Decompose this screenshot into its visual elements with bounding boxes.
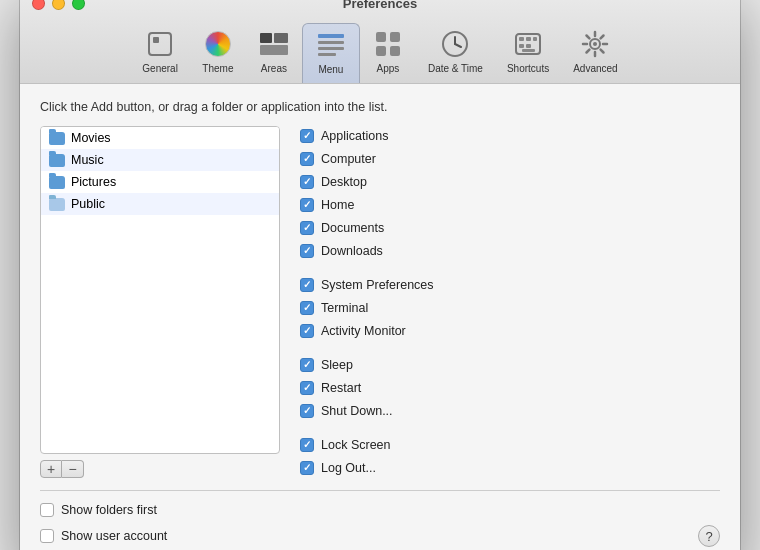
checkbox-desktop[interactable] bbox=[300, 175, 314, 189]
checkbox-computer[interactable] bbox=[300, 152, 314, 166]
toolbar-menu[interactable]: Menu bbox=[302, 23, 360, 83]
check-home[interactable]: Home bbox=[300, 195, 720, 215]
check-applications-label: Applications bbox=[321, 129, 388, 143]
folder-music-label: Music bbox=[71, 153, 104, 167]
check-desktop-label: Desktop bbox=[321, 175, 367, 189]
checkbox-log-out[interactable] bbox=[300, 461, 314, 475]
toolbar: General Theme Areas bbox=[130, 23, 629, 83]
svg-rect-18 bbox=[526, 37, 531, 41]
remove-button[interactable]: − bbox=[62, 460, 84, 478]
checkbox-terminal[interactable] bbox=[300, 301, 314, 315]
checkbox-sleep[interactable] bbox=[300, 358, 314, 372]
close-button[interactable] bbox=[32, 0, 45, 10]
check-lock-screen-label: Lock Screen bbox=[321, 438, 390, 452]
list-controls: + − bbox=[40, 460, 280, 478]
add-button[interactable]: + bbox=[40, 460, 62, 478]
check-computer[interactable]: Computer bbox=[300, 149, 720, 169]
show-user-check-row[interactable]: Show user account bbox=[40, 529, 167, 543]
zoom-button[interactable] bbox=[72, 0, 85, 10]
minimize-button[interactable] bbox=[52, 0, 65, 10]
svg-rect-17 bbox=[519, 37, 524, 41]
instruction-text: Click the Add button, or drag a folder o… bbox=[40, 100, 720, 114]
folder-music[interactable]: Music bbox=[41, 149, 279, 171]
folder-empty-1 bbox=[41, 215, 279, 237]
toolbar-advanced-label: Advanced bbox=[573, 63, 617, 74]
folder-icon bbox=[49, 132, 65, 145]
separator-2 bbox=[300, 344, 720, 352]
check-restart[interactable]: Restart bbox=[300, 378, 720, 398]
checkbox-downloads[interactable] bbox=[300, 244, 314, 258]
window-title: Preferences bbox=[343, 0, 417, 11]
toolbar-general-label: General bbox=[142, 63, 178, 74]
separator-3 bbox=[300, 424, 720, 432]
show-folders-check-row[interactable]: Show folders first bbox=[40, 503, 157, 517]
check-documents[interactable]: Documents bbox=[300, 218, 720, 238]
check-shut-down[interactable]: Shut Down... bbox=[300, 401, 720, 421]
check-activity-monitor[interactable]: Activity Monitor bbox=[300, 321, 720, 341]
checkbox-show-folders[interactable] bbox=[40, 503, 54, 517]
checkbox-applications[interactable] bbox=[300, 129, 314, 143]
toolbar-datetime[interactable]: Date & Time bbox=[416, 23, 495, 83]
titlebar: Preferences General Theme bbox=[20, 0, 740, 84]
svg-rect-21 bbox=[526, 44, 531, 48]
check-activity-monitor-label: Activity Monitor bbox=[321, 324, 406, 338]
checkbox-show-user[interactable] bbox=[40, 529, 54, 543]
check-terminal-label: Terminal bbox=[321, 301, 368, 315]
svg-rect-0 bbox=[149, 33, 171, 55]
folder-public[interactable]: Public bbox=[41, 193, 279, 215]
content-area: Click the Add button, or drag a folder o… bbox=[20, 84, 740, 550]
toolbar-shortcuts-label: Shortcuts bbox=[507, 63, 549, 74]
svg-rect-19 bbox=[533, 37, 537, 41]
folder-empty-3 bbox=[41, 259, 279, 281]
toolbar-shortcuts[interactable]: Shortcuts bbox=[495, 23, 561, 83]
check-log-out[interactable]: Log Out... bbox=[300, 458, 720, 478]
check-restart-label: Restart bbox=[321, 381, 361, 395]
divider bbox=[40, 490, 720, 491]
svg-line-30 bbox=[601, 50, 604, 53]
check-desktop[interactable]: Desktop bbox=[300, 172, 720, 192]
svg-rect-10 bbox=[390, 32, 400, 42]
checkbox-shut-down[interactable] bbox=[300, 404, 314, 418]
toolbar-theme[interactable]: Theme bbox=[190, 23, 246, 83]
show-folders-label: Show folders first bbox=[61, 503, 157, 517]
svg-rect-20 bbox=[519, 44, 524, 48]
toolbar-advanced[interactable]: Advanced bbox=[561, 23, 629, 83]
folder-empty-6 bbox=[41, 325, 279, 347]
check-system-prefs[interactable]: System Preferences bbox=[300, 275, 720, 295]
shortcuts-icon bbox=[512, 28, 544, 60]
toolbar-theme-label: Theme bbox=[202, 63, 233, 74]
datetime-icon bbox=[439, 28, 471, 60]
main-area: Movies Music Pictures Public bbox=[40, 126, 720, 478]
folder-pictures[interactable]: Pictures bbox=[41, 171, 279, 193]
checkbox-documents[interactable] bbox=[300, 221, 314, 235]
right-panel: Applications Computer Desktop Home bbox=[300, 126, 720, 478]
checkbox-system-prefs[interactable] bbox=[300, 278, 314, 292]
check-applications[interactable]: Applications bbox=[300, 126, 720, 146]
check-downloads[interactable]: Downloads bbox=[300, 241, 720, 261]
svg-rect-3 bbox=[274, 33, 288, 43]
folder-list[interactable]: Movies Music Pictures Public bbox=[40, 126, 280, 454]
folder-icon bbox=[49, 154, 65, 167]
toolbar-datetime-label: Date & Time bbox=[428, 63, 483, 74]
bottom-area: Show folders first Show user account ? bbox=[40, 503, 720, 547]
checkbox-home[interactable] bbox=[300, 198, 314, 212]
checkbox-activity-monitor[interactable] bbox=[300, 324, 314, 338]
show-folders-row: Show folders first bbox=[40, 503, 720, 517]
folder-movies[interactable]: Movies bbox=[41, 127, 279, 149]
check-lock-screen[interactable]: Lock Screen bbox=[300, 435, 720, 455]
toolbar-apps[interactable]: Apps bbox=[360, 23, 416, 83]
check-terminal[interactable]: Terminal bbox=[300, 298, 720, 318]
checkbox-lock-screen[interactable] bbox=[300, 438, 314, 452]
check-sleep[interactable]: Sleep bbox=[300, 355, 720, 375]
toolbar-general[interactable]: General bbox=[130, 23, 190, 83]
apps-icon bbox=[372, 28, 404, 60]
show-user-label: Show user account bbox=[61, 529, 167, 543]
check-computer-label: Computer bbox=[321, 152, 376, 166]
toolbar-areas[interactable]: Areas bbox=[246, 23, 302, 83]
checkbox-restart[interactable] bbox=[300, 381, 314, 395]
folder-pictures-label: Pictures bbox=[71, 175, 116, 189]
svg-rect-4 bbox=[260, 45, 288, 55]
general-icon bbox=[144, 28, 176, 60]
svg-rect-22 bbox=[522, 49, 535, 52]
help-button[interactable]: ? bbox=[698, 525, 720, 547]
